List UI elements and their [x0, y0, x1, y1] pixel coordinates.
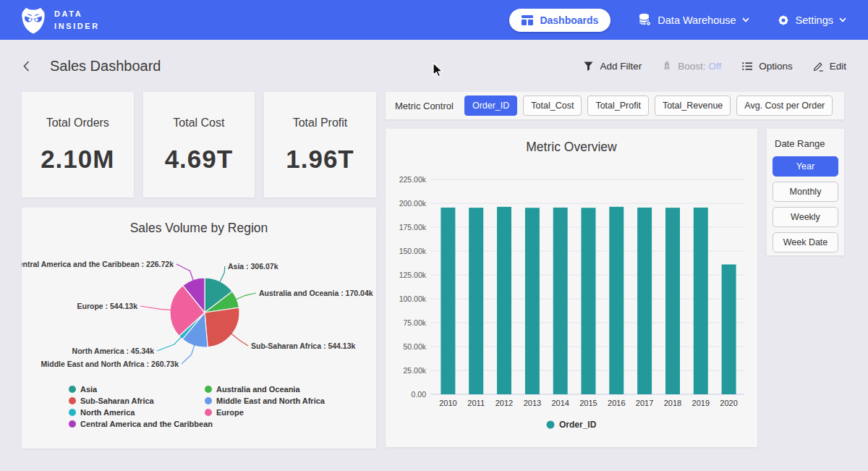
nav-dashboards-button[interactable]: Dashboards — [509, 9, 610, 32]
bar-2017[interactable] — [637, 208, 652, 394]
x-tick-label: 2019 — [692, 399, 710, 407]
legend-label[interactable]: Asia — [80, 385, 98, 394]
metric-button-total-cost[interactable]: Total_Cost — [523, 96, 582, 116]
options-button[interactable]: Options — [741, 61, 793, 72]
bar-2015[interactable] — [582, 208, 596, 394]
dashboard-grid-icon — [522, 15, 533, 25]
add-filter-label: Add Filter — [600, 61, 642, 72]
owl-logo-icon — [20, 6, 46, 35]
rocket-icon — [662, 61, 672, 72]
metric-control-label: Metric Control — [395, 101, 454, 111]
chevron-left-icon — [22, 60, 31, 72]
kpi-card-total-cost: Total Cost 4.69T — [143, 92, 255, 198]
brand-line1: DATA — [54, 8, 100, 20]
bar-2011[interactable] — [469, 208, 483, 394]
bar-2020[interactable] — [722, 265, 736, 395]
metric-button-total-profit[interactable]: Total_Profit — [587, 96, 649, 116]
sales-volume-by-region-card: Sales Volume by RegionAsia : 306.07kAust… — [22, 208, 376, 449]
x-tick-label: 2016 — [608, 399, 625, 407]
metric-button-avg-cost-per-order[interactable]: Avg. Cost per Order — [736, 96, 833, 116]
y-tick-label: 225.00k — [399, 175, 427, 184]
x-tick-label: 2012 — [495, 399, 513, 407]
x-tick-label: 2010 — [439, 399, 456, 407]
left-column: Total Orders 2.10M Total Cost 4.69T Tota… — [22, 92, 376, 449]
date-range-year-button[interactable]: Year — [773, 156, 838, 177]
kpi-row: Total Orders 2.10M Total Cost 4.69T Tota… — [22, 92, 376, 198]
legend-label[interactable]: Sub-Saharan Africa — [80, 396, 155, 405]
chevron-down-icon — [839, 17, 846, 22]
x-tick-label: 2013 — [524, 399, 541, 407]
bar-chart: Metric Overview0.0025.00k50.00k75.00k100… — [386, 129, 757, 447]
date-range-monthly-button[interactable]: Monthly — [773, 182, 838, 202]
metric-button-order-id[interactable]: Order_ID — [464, 96, 517, 116]
kpi-label: Total Cost — [173, 116, 224, 130]
bar-2014[interactable] — [553, 208, 568, 394]
bar-2018[interactable] — [665, 208, 680, 394]
bar-2012[interactable] — [497, 207, 511, 394]
metric-button-total-revenue[interactable]: Total_Revenue — [655, 96, 731, 116]
pie-slice-label: Europe : 544.13k — [77, 302, 138, 310]
pie-slice-label: Middle East and North Africa : 260.73k — [41, 360, 179, 368]
dashboard-body: Total Orders 2.10M Total Cost 4.69T Tota… — [0, 92, 868, 449]
kpi-card-total-profit: Total Profit 1.96T — [264, 92, 376, 198]
mouse-cursor — [433, 62, 444, 78]
y-tick-label: 200.00k — [399, 199, 427, 208]
pie-slice-label: Asia : 306.07k — [228, 262, 278, 271]
legend-label[interactable]: Central America and the Caribbean — [80, 420, 213, 428]
legend-label[interactable]: North America — [80, 408, 135, 417]
filter-funnel-icon — [583, 61, 594, 72]
nav-settings-label: Settings — [796, 14, 833, 26]
pie-title: Sales Volume by Region — [130, 221, 268, 235]
pie-slice-label: North America : 45.34k — [72, 347, 155, 355]
legend-label[interactable]: Middle East and North Africa — [216, 396, 326, 405]
top-navbar: DATA INSIDER Dashboards — [0, 0, 868, 40]
pie-leader-line — [220, 266, 225, 282]
x-tick-label: 2017 — [636, 399, 653, 407]
database-icon — [638, 13, 652, 27]
nav-menu: Dashboards Data Warehouse — [509, 9, 846, 32]
nav-settings[interactable]: Settings — [777, 14, 846, 27]
kpi-label: Total Orders — [46, 116, 109, 130]
boost-label: Boost: — [678, 61, 705, 72]
legend-dot — [69, 420, 76, 428]
y-tick-label: 150.00k — [399, 247, 427, 255]
bar-2013[interactable] — [525, 208, 540, 394]
date-range-label: Date Range — [775, 138, 838, 149]
kpi-value: 1.96T — [286, 145, 354, 174]
bar-title: Metric Overview — [526, 140, 617, 154]
nav-data-warehouse-label: Data Warehouse — [658, 14, 736, 26]
kpi-value: 4.69T — [165, 145, 234, 174]
date-range-weekly-button[interactable]: Weekly — [773, 207, 838, 227]
boost-toggle[interactable]: Boost: Off — [662, 61, 721, 72]
pie-chart: Sales Volume by RegionAsia : 306.07kAust… — [22, 208, 376, 449]
legend-dot — [205, 409, 212, 416]
legend-label[interactable]: Order_ID — [559, 420, 597, 430]
options-label: Options — [759, 61, 793, 72]
gear-icon — [777, 14, 790, 27]
bar-2019[interactable] — [694, 208, 708, 394]
header-actions: Add Filter Boost: Off Optio — [583, 61, 846, 72]
back-button[interactable] — [20, 59, 33, 74]
pie-slice-2[interactable] — [205, 307, 239, 347]
pie-leader-line — [236, 293, 256, 300]
legend-dot — [69, 409, 76, 416]
y-tick-label: 175.00k — [399, 223, 427, 232]
page-title: Sales Dashboard — [50, 58, 161, 75]
legend-dot — [547, 421, 555, 429]
pie-slice-label: Sub-Saharan Africa : 544.13k — [251, 341, 355, 350]
nav-data-warehouse[interactable]: Data Warehouse — [638, 13, 749, 27]
y-tick-label: 25.00k — [403, 366, 426, 375]
metric-overview-card: Metric Overview0.0025.00k50.00k75.00k100… — [386, 129, 757, 447]
legend-dot — [205, 386, 212, 393]
kpi-label: Total Profit — [293, 116, 348, 130]
date-range-week-date-button[interactable]: Week Date — [773, 232, 838, 253]
legend-label[interactable]: Europe — [216, 408, 244, 417]
edit-button[interactable]: Edit — [813, 61, 846, 72]
legend-label[interactable]: Australia and Oceania — [216, 385, 300, 394]
x-tick-label: 2020 — [720, 399, 737, 407]
boost-value: Off — [708, 61, 721, 72]
brand[interactable]: DATA INSIDER — [20, 6, 100, 35]
add-filter-button[interactable]: Add Filter — [583, 61, 642, 72]
bar-2016[interactable] — [609, 207, 624, 394]
bar-2010[interactable] — [441, 208, 455, 394]
